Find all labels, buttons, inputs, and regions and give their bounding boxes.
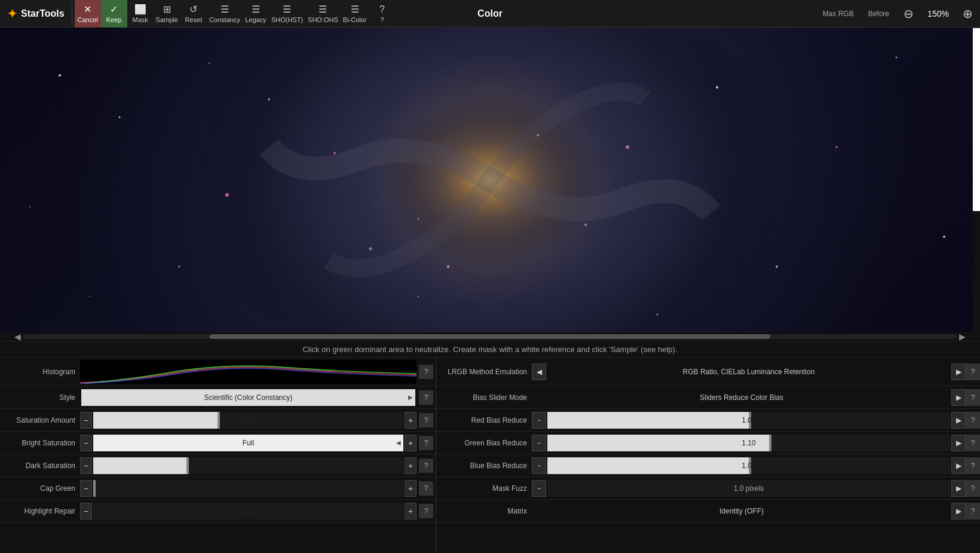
dark-saturation-label: Dark Saturation	[2, 462, 80, 470]
dark-saturation-slider[interactable]: 6.6	[93, 457, 403, 474]
histogram-canvas	[80, 360, 416, 384]
matrix-label: Matrix	[436, 507, 532, 515]
svg-point-24	[447, 265, 450, 268]
blue-bias-next[interactable]: ▶	[951, 457, 966, 474]
bi-color-button[interactable]: ☰ Bi-Color	[341, 0, 369, 28]
reset-icon: ↺	[189, 4, 197, 15]
mask-fuzz-label: Mask Fuzz	[436, 484, 532, 493]
mask-fuzz-help[interactable]: ?	[966, 480, 980, 497]
sho-hst-icon: ☰	[283, 4, 291, 15]
style-dropdown[interactable]: Scientific (Color Constancy) ▶	[81, 389, 415, 406]
green-bias-minus[interactable]: −	[532, 435, 546, 451]
bias-slider-label: Bias Slider Mode	[436, 393, 532, 402]
reset-label: Reset	[185, 16, 203, 23]
scroll-left-arrow[interactable]: ◀	[12, 332, 23, 341]
dark-saturation-minus[interactable]: −	[80, 457, 92, 474]
highlight-repair-slider[interactable]: Off	[93, 503, 403, 520]
matrix-help[interactable]: ?	[966, 503, 980, 520]
sample-button[interactable]: ⊞ Sample	[154, 0, 180, 28]
green-bias-help[interactable]: ?	[966, 435, 980, 451]
scroll-right-arrow[interactable]: ▶	[957, 332, 968, 341]
cap-green-help[interactable]: ?	[419, 481, 433, 496]
dark-saturation-plus[interactable]: +	[405, 457, 416, 474]
green-bias-slider[interactable]: 1.10	[547, 435, 950, 451]
svg-point-13	[657, 314, 659, 316]
highlight-repair-minus[interactable]: −	[80, 503, 92, 520]
bright-saturation-minus[interactable]: −	[80, 435, 92, 451]
blue-bias-help[interactable]: ?	[966, 457, 980, 474]
right-panel: LRGB Method Emulation ◀ RGB Ratio, CIELa…	[436, 358, 980, 553]
scroll-thumb[interactable]	[210, 334, 770, 339]
saturation-amount-minus[interactable]: −	[80, 412, 92, 429]
bias-slider-value: Sliders Reduce Color Bias	[532, 386, 951, 409]
canvas-area[interactable]	[0, 28, 980, 332]
reset-button[interactable]: ↺ Reset	[180, 0, 207, 28]
saturation-amount-help[interactable]: ?	[419, 413, 433, 427]
matrix-next[interactable]: ▶	[951, 503, 966, 520]
green-bias-next[interactable]: ▶	[951, 435, 966, 451]
svg-point-15	[776, 265, 778, 268]
blue-bias-minus[interactable]: −	[532, 457, 546, 474]
toolbar-right: Max RGB Before ⊖ 150% ⊕	[818, 4, 978, 23]
blue-bias-label: Blue Bias Reduce	[436, 462, 532, 470]
mask-fuzz-next[interactable]: ▶	[951, 480, 966, 497]
saturation-amount-plus[interactable]: +	[405, 412, 416, 429]
max-rgb-label[interactable]: Max RGB	[818, 7, 859, 20]
bias-slider-next[interactable]: ▶	[951, 389, 966, 406]
highlight-repair-help[interactable]: ?	[419, 504, 433, 518]
svg-point-11	[179, 266, 180, 268]
red-bias-value: 1.00	[547, 416, 950, 424]
before-label[interactable]: Before	[863, 7, 894, 20]
lrgb-help-button[interactable]: ?	[966, 363, 980, 380]
lrgb-next-button[interactable]: ▶	[951, 363, 966, 380]
keep-button[interactable]: ✓ Keep	[101, 0, 127, 28]
mask-button[interactable]: ⬜ Mask	[127, 0, 154, 28]
svg-point-21	[333, 152, 336, 154]
zoom-out-button[interactable]: ⊖	[899, 4, 918, 23]
mask-fuzz-row: Mask Fuzz − 1.0 pixels ▶ ?	[436, 477, 980, 500]
highlight-repair-value: Off	[93, 507, 403, 515]
blue-bias-slider[interactable]: 1.00	[547, 457, 950, 474]
svg-point-9	[943, 236, 945, 238]
bias-slider-help[interactable]: ?	[966, 389, 980, 406]
bright-saturation-help[interactable]: ?	[419, 436, 433, 450]
highlight-repair-plus[interactable]: +	[405, 503, 416, 520]
constancy-button[interactable]: ☰ Constancy	[207, 0, 243, 28]
sho-hst-button[interactable]: ☰ SHO(HST)	[269, 0, 305, 28]
histogram-help-button[interactable]: ?	[419, 365, 433, 379]
mask-fuzz-slider[interactable]: 1.0 pixels	[547, 480, 950, 497]
mask-fuzz-minus[interactable]: −	[532, 480, 546, 497]
toolbar: ✦ StarTools ✕ Cancel ✓ Keep ⬜ Mask ⊞ Sam…	[0, 0, 980, 28]
style-help-button[interactable]: ?	[419, 390, 433, 405]
cancel-button[interactable]: ✕ Cancel	[75, 0, 101, 28]
scroll-track[interactable]	[23, 334, 957, 339]
bias-slider-row: Bias Slider Mode Sliders Reduce Color Bi…	[436, 386, 980, 409]
bright-saturation-dropdown[interactable]: Full ◀	[93, 435, 403, 451]
red-bias-next[interactable]: ▶	[951, 412, 966, 429]
red-bias-help[interactable]: ?	[966, 412, 980, 429]
dark-saturation-help[interactable]: ?	[419, 459, 433, 473]
mask-label: Mask	[132, 16, 148, 23]
zoom-in-button[interactable]: ⊕	[958, 4, 978, 23]
bright-saturation-plus[interactable]: +	[405, 435, 416, 451]
sample-icon: ⊞	[163, 4, 171, 15]
horizontal-scrollbar[interactable]: ◀ ▶	[0, 332, 980, 341]
red-bias-minus[interactable]: −	[532, 412, 546, 429]
cap-green-minus[interactable]: −	[80, 480, 92, 497]
svg-point-19	[626, 145, 629, 149]
v-scroll-thumb[interactable]	[973, 28, 980, 211]
cap-green-slider[interactable]: 0 %	[93, 480, 403, 497]
highlight-repair-row: Highlight Repair − Off + ?	[0, 500, 436, 523]
dark-saturation-value: 6.6	[93, 462, 403, 470]
help-button[interactable]: ? ?	[369, 0, 396, 28]
red-bias-slider[interactable]: 1.00	[547, 412, 950, 429]
vertical-scrollbar[interactable]	[973, 28, 980, 332]
style-label: Style	[2, 393, 80, 402]
lrgb-prev-button[interactable]: ◀	[532, 363, 546, 380]
legacy-button[interactable]: ☰ Legacy	[243, 0, 269, 28]
sho-ohs-button[interactable]: ☰ SHO:OHS	[305, 0, 341, 28]
saturation-amount-slider[interactable]: 200 %	[93, 412, 403, 429]
cap-green-plus[interactable]: +	[405, 480, 416, 497]
bright-saturation-row: Bright Saturation − Full ◀ + ?	[0, 432, 436, 454]
mask-icon: ⬜	[134, 4, 146, 15]
